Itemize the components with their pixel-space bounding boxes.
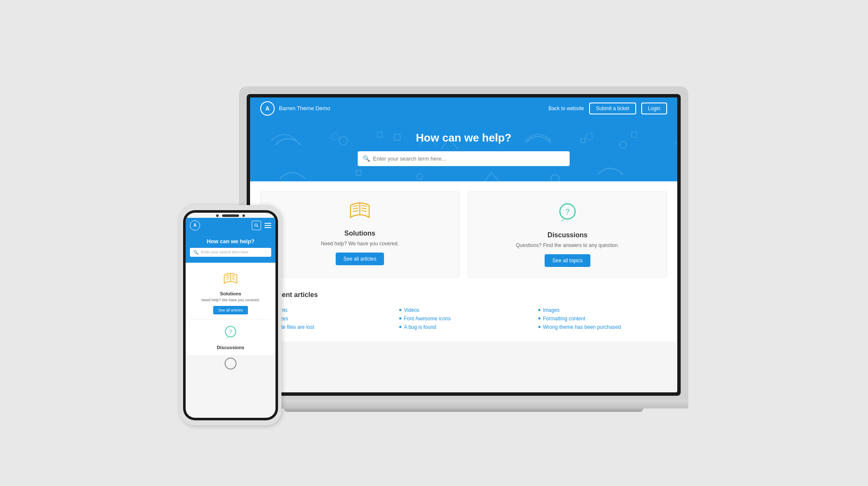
articles-grid: Payments Font sizes Template files are l… xyxy=(260,306,667,331)
header-actions: Back to website Submit a ticket Login xyxy=(548,103,667,114)
menu-line-1 xyxy=(264,223,271,224)
laptop-body: A Barren Theme Demo Back to website Subm… xyxy=(239,86,688,400)
phone-camera xyxy=(216,214,219,217)
chat-icon: ? xyxy=(475,202,660,226)
phone-solutions-title: Solutions xyxy=(190,291,271,296)
svg-point-7 xyxy=(551,175,559,181)
phone-chat-icon: ? xyxy=(190,325,271,342)
site-name: Barren Theme Demo xyxy=(279,105,330,111)
menu-line-2 xyxy=(264,225,271,226)
phone-screen: A xyxy=(186,213,275,418)
hero-search-wrapper: 🔍 xyxy=(358,151,570,166)
site-header: A Barren Theme Demo Back to website Subm… xyxy=(250,97,677,119)
phone-home-area xyxy=(186,355,275,372)
phone-discussions-preview: ? Discussions xyxy=(190,320,271,350)
menu-line-3 xyxy=(264,227,271,228)
phone-search-icon-btn[interactable] xyxy=(252,221,261,230)
logo-area: A Barren Theme Demo xyxy=(260,101,330,116)
phone-search-wrapper: 🔍 Enter your search term here xyxy=(190,248,271,257)
phone-outer: A xyxy=(180,205,281,425)
article-dot xyxy=(399,309,401,311)
phone-header: A xyxy=(186,218,275,233)
hero-pattern xyxy=(250,119,677,181)
svg-text:?: ? xyxy=(229,329,232,335)
scene: A Barren Theme Demo Back to website Subm… xyxy=(180,53,688,434)
article-link-videos[interactable]: Videos xyxy=(399,306,528,314)
submit-ticket-button[interactable]: Submit a ticket xyxy=(589,103,636,114)
phone-speaker xyxy=(222,214,239,217)
phone-header-icons xyxy=(252,221,271,230)
laptop-foot xyxy=(284,408,643,412)
recent-articles-heading: ★ Recent articles xyxy=(260,291,667,299)
back-to-website-link[interactable]: Back to website xyxy=(548,106,584,111)
article-dot xyxy=(399,326,401,328)
phone-solutions-card: Solutions Need help? We have you covered… xyxy=(190,268,271,320)
svg-point-6 xyxy=(417,174,423,180)
logo-letter: A xyxy=(265,105,270,112)
solutions-card: Solutions Need help? We have you covered… xyxy=(260,192,459,278)
laptop-device: A Barren Theme Demo Back to website Subm… xyxy=(239,86,688,434)
site-hero: How can we help? 🔍 xyxy=(250,119,677,181)
hero-title: How can we help? xyxy=(260,131,667,144)
phone-hamburger-menu[interactable] xyxy=(264,223,271,228)
recent-articles-section: ★ Recent articles Payments xyxy=(260,288,667,331)
articles-column-2: Videos Font Awesome icons A bug is found xyxy=(399,306,528,331)
solutions-title: Solutions xyxy=(267,230,452,237)
phone-see-all-articles-btn[interactable]: See all articles xyxy=(213,306,248,314)
phone-hero: How can we help? 🔍 Enter your search ter… xyxy=(186,233,275,263)
phone-notch xyxy=(186,213,275,218)
cards-section: Solutions Need help? We have you covered… xyxy=(260,192,667,278)
see-all-topics-button[interactable]: See all topics xyxy=(545,254,590,267)
solutions-desc: Need help? We have you covered. xyxy=(267,241,452,247)
article-link-wrong-theme[interactable]: Wrong theme has been purchased xyxy=(538,323,667,331)
site-content: Solutions Need help? We have you covered… xyxy=(250,181,677,342)
search-input[interactable] xyxy=(358,151,570,166)
search-icon: 🔍 xyxy=(363,155,370,162)
phone-home-button[interactable] xyxy=(225,358,236,369)
book-icon xyxy=(267,202,452,225)
phone-device: A xyxy=(180,205,281,425)
article-link-formatting[interactable]: Formatting content xyxy=(538,314,667,323)
phone-book-icon xyxy=(190,273,271,289)
laptop-bezel: A Barren Theme Demo Back to website Subm… xyxy=(247,94,681,396)
article-dot xyxy=(538,317,540,319)
logo-circle: A xyxy=(260,101,275,116)
phone-content: Solutions Need help? We have you covered… xyxy=(186,263,275,355)
phone-search-icon: 🔍 xyxy=(193,250,198,255)
see-all-articles-button[interactable]: See all articles xyxy=(336,253,384,265)
article-dot xyxy=(538,326,540,328)
discussions-title: Discussions xyxy=(475,231,660,239)
phone-discussions-title: Discussions xyxy=(190,345,271,350)
laptop-screen: A Barren Theme Demo Back to website Subm… xyxy=(250,97,677,392)
phone-solutions-desc: Need help? We have you covered. xyxy=(190,298,271,302)
phone-sensor xyxy=(242,214,245,217)
article-link-font-awesome[interactable]: Font Awesome icons xyxy=(399,314,528,323)
article-dot xyxy=(538,309,540,311)
phone-inner: A xyxy=(183,210,278,420)
article-link-images[interactable]: Images xyxy=(538,306,667,314)
discussions-desc: Questions? Find the answers to any quest… xyxy=(475,242,660,248)
article-link-bug[interactable]: A bug is found xyxy=(399,323,528,331)
articles-column-3: Images Formatting content Wrong theme ha… xyxy=(538,306,667,331)
svg-text:?: ? xyxy=(565,208,570,216)
phone-hero-title: How can we help? xyxy=(190,238,271,244)
svg-rect-5 xyxy=(356,170,361,175)
article-dot xyxy=(399,317,401,319)
svg-point-10 xyxy=(255,224,257,226)
laptop-base xyxy=(239,400,688,408)
phone-logo: A xyxy=(190,220,200,231)
discussions-card: ? Discussions Questions? Find the answer… xyxy=(468,192,667,278)
phone-search-placeholder: Enter your search term here xyxy=(201,250,248,254)
login-button[interactable]: Login xyxy=(641,103,667,114)
